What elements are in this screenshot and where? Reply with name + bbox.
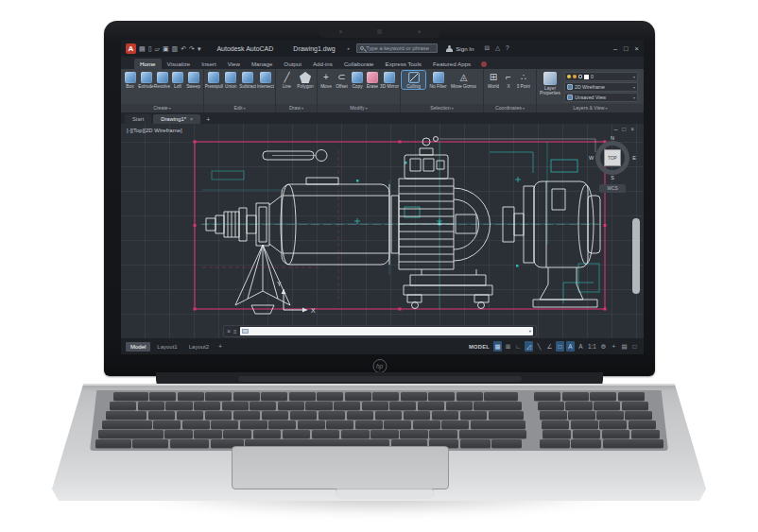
panel-label-create[interactable]: Create bbox=[121, 104, 203, 112]
keyboard-key[interactable] bbox=[603, 439, 663, 448]
viewcube-top-face[interactable]: TOP bbox=[604, 149, 621, 166]
panel-label-draw[interactable]: Draw bbox=[276, 104, 317, 112]
keyboard-key[interactable] bbox=[375, 411, 403, 420]
ribbon-button-loft[interactable]: Loft bbox=[170, 71, 185, 89]
ribbon-button-offset[interactable]: ⊂Offset bbox=[334, 71, 350, 89]
clean-screen-icon[interactable]: □ bbox=[630, 341, 639, 352]
keyboard-key[interactable] bbox=[491, 439, 522, 448]
isometric-drafting-icon[interactable]: ╲ bbox=[535, 341, 543, 352]
keyboard-key[interactable] bbox=[148, 411, 176, 420]
keyboard-key[interactable] bbox=[441, 420, 469, 429]
new-drawing-button[interactable]: + bbox=[202, 115, 214, 124]
layer-dropdown[interactable]: 0▾ bbox=[564, 72, 638, 81]
annotation-scale-icon[interactable]: 1:1 bbox=[587, 341, 597, 352]
keyboard-key[interactable] bbox=[132, 439, 168, 448]
keyboard-key[interactable] bbox=[222, 402, 249, 410]
file-tab-drawing1[interactable]: Drawing1* × bbox=[153, 114, 200, 124]
alerts-icon[interactable]: △ bbox=[495, 44, 500, 52]
keyboard-key[interactable] bbox=[233, 392, 260, 401]
open-file-icon[interactable]: ▱ bbox=[154, 45, 159, 52]
keyboard-key[interactable] bbox=[384, 420, 411, 429]
polar-tracking-icon[interactable]: ◿ bbox=[525, 341, 533, 352]
command-close-button[interactable]: × bbox=[227, 328, 231, 335]
keyboard-key[interactable] bbox=[568, 411, 595, 420]
ribbon-button-extrude[interactable]: Extrude bbox=[138, 71, 154, 89]
command-history-caret-icon[interactable]: ▾ bbox=[529, 329, 531, 334]
viewport-controls-label[interactable]: [-][Top][2D Wireframe] bbox=[127, 128, 182, 133]
help-icon[interactable]: ? bbox=[506, 44, 509, 52]
keyboard-key[interactable] bbox=[312, 430, 340, 438]
keyboard-key[interactable] bbox=[484, 392, 518, 401]
keyboard-key[interactable] bbox=[460, 411, 488, 420]
annotation-monitor-icon[interactable]: + bbox=[610, 341, 618, 352]
keyboard-key[interactable] bbox=[102, 420, 151, 429]
keyboard-key[interactable] bbox=[262, 411, 289, 420]
ribbon-button-polygon[interactable]: Polygon bbox=[296, 71, 315, 89]
ortho-icon[interactable]: ∟ bbox=[514, 341, 523, 352]
keyboard-key[interactable] bbox=[599, 420, 627, 429]
quick-properties-icon[interactable]: ▤ bbox=[620, 341, 629, 352]
ribbon-button-3d-mirror[interactable]: 3D Mirror bbox=[380, 71, 399, 89]
keyboard-key[interactable] bbox=[594, 402, 620, 410]
save-icon[interactable]: ▣ bbox=[163, 45, 169, 52]
redo-icon[interactable]: ↷ bbox=[189, 45, 195, 52]
trackpad[interactable] bbox=[232, 446, 449, 489]
keyboard-key[interactable] bbox=[571, 439, 601, 448]
keyboard-key[interactable] bbox=[211, 420, 238, 429]
qat-customize-icon[interactable]: ▾ bbox=[198, 45, 201, 52]
keyboard-key[interactable] bbox=[540, 439, 570, 448]
new-file-icon[interactable]: ▯ bbox=[148, 45, 152, 52]
keyboard-key[interactable] bbox=[355, 420, 383, 429]
keyboard-key[interactable] bbox=[400, 430, 428, 438]
tab-collaborate[interactable]: Collaborate bbox=[338, 59, 380, 69]
command-customize-icon[interactable]: ≡ bbox=[233, 329, 237, 335]
keyboard-key[interactable] bbox=[278, 402, 304, 410]
keyboard-key[interactable] bbox=[432, 411, 459, 420]
workspace-gear-icon[interactable]: ⚙ bbox=[599, 341, 608, 352]
panel-label-layers-view[interactable]: Layers & View bbox=[537, 104, 644, 112]
keyboard-key[interactable] bbox=[372, 392, 399, 401]
keyboard-key[interactable] bbox=[602, 430, 630, 438]
app-store-icon[interactable]: ⊟ bbox=[484, 44, 489, 52]
keyboard-key[interactable] bbox=[289, 392, 316, 401]
ribbon-button-sweep[interactable]: Sweep bbox=[185, 71, 201, 89]
keyboard-key[interactable] bbox=[177, 411, 204, 420]
close-tab-icon[interactable]: × bbox=[190, 116, 193, 122]
keyboard-key[interactable] bbox=[334, 402, 360, 410]
keyboard-key[interactable] bbox=[538, 402, 564, 410]
panel-label-edit[interactable]: Edit bbox=[204, 104, 275, 112]
keyboard-key[interactable] bbox=[404, 411, 431, 420]
keyboard-key[interactable] bbox=[164, 430, 193, 438]
keyboard-key[interactable] bbox=[446, 402, 473, 410]
keyboard-key[interactable] bbox=[233, 411, 261, 420]
tab-view[interactable]: View bbox=[222, 59, 246, 69]
signin-button[interactable]: Sign In bbox=[456, 45, 474, 52]
keyboard-key[interactable] bbox=[268, 420, 296, 429]
keyboard-key[interactable] bbox=[113, 392, 147, 401]
keyboard-key[interactable] bbox=[542, 420, 569, 429]
keyboard-key[interactable] bbox=[106, 411, 146, 420]
ribbon-button-union[interactable]: Union bbox=[223, 71, 240, 89]
keyboard-key[interactable] bbox=[240, 420, 267, 429]
viewcube[interactable]: N S W E TOP bbox=[591, 136, 634, 180]
restore-button[interactable]: □ bbox=[624, 44, 629, 53]
snap-mode-icon[interactable]: ⊞ bbox=[504, 341, 512, 352]
minimize-button[interactable]: – bbox=[613, 44, 617, 53]
keyboard-key[interactable] bbox=[283, 430, 311, 438]
keyboard-key[interactable] bbox=[489, 411, 524, 420]
drawing-area[interactable]: X Y [-][Top][2D Wireframe] – □ × N S W E… bbox=[121, 124, 644, 338]
panel-label-modify[interactable]: Modify bbox=[318, 104, 400, 112]
keyboard-key[interactable] bbox=[459, 430, 526, 438]
file-tab-start[interactable]: Start bbox=[125, 114, 151, 124]
keyboard-key[interactable] bbox=[110, 402, 136, 410]
annotation-visibility-icon[interactable]: A bbox=[566, 341, 575, 352]
keyboard-key[interactable] bbox=[341, 430, 370, 438]
viewcube-north[interactable]: N bbox=[611, 135, 614, 141]
keyboard-key[interactable] bbox=[205, 392, 232, 401]
ribbon-button-culling[interactable]: Culling bbox=[402, 71, 425, 89]
tab-output[interactable]: Output bbox=[278, 59, 307, 69]
keyboard-key[interactable] bbox=[413, 420, 440, 429]
panel-label-coordinates[interactable]: Coordinates bbox=[484, 104, 536, 112]
keyboard-key[interactable] bbox=[565, 402, 592, 410]
keyboard-key[interactable] bbox=[205, 411, 233, 420]
